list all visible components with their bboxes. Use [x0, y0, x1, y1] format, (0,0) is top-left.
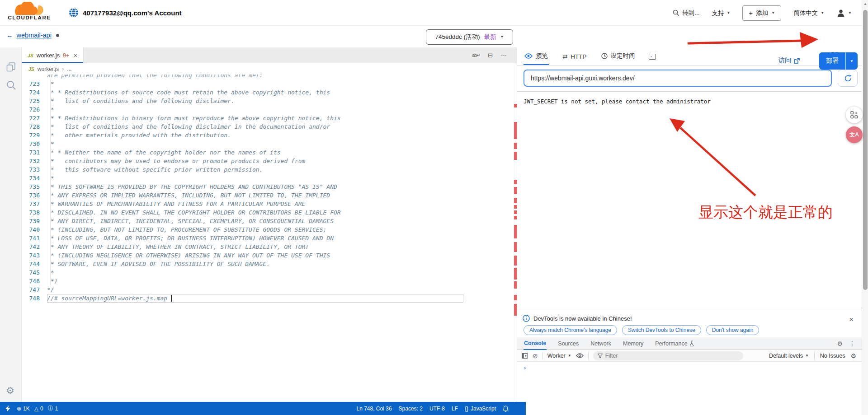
console-eye-icon[interactable] [576, 353, 584, 358]
code-line-726[interactable]: * [47, 105, 492, 114]
toolbar-divider [588, 352, 589, 359]
code-line-736[interactable]: * ANY EXPRESS OR IMPLIED WARRANTIES, INC… [47, 191, 492, 200]
deploy-button[interactable]: 部署 [819, 52, 845, 70]
header-language-menu[interactable]: 简体中文 ▼ [793, 9, 824, 17]
breadcrumb-symbol[interactable]: ... [67, 66, 71, 72]
split-editor-icon[interactable]: ⊟ [488, 52, 493, 59]
tab-schedule[interactable]: 设定时间 [600, 52, 636, 65]
tab-preview-label: 预览 [536, 52, 548, 60]
issues-counter[interactable]: No Issues [820, 353, 845, 359]
tab-worker-js[interactable]: JS worker.js 9+ × [22, 47, 84, 63]
cursor-position[interactable]: Ln 748, Col 36 [357, 406, 392, 412]
header-search[interactable]: 转到... [673, 9, 699, 17]
version-latest-badge: 最新 [484, 33, 496, 41]
match-language-button[interactable]: Always match Chrome's language [524, 325, 617, 335]
header-user-menu[interactable]: ▼ [836, 9, 852, 18]
code-line-739[interactable]: * ANY DIRECT, INDIRECT, INCIDENTAL, SPEC… [47, 217, 492, 225]
search-icon[interactable] [6, 80, 16, 90]
translate-fab[interactable]: 文A [846, 126, 863, 143]
explorer-files-icon[interactable] [6, 62, 16, 72]
console-sidebar-icon[interactable] [522, 353, 528, 359]
filter-input[interactable] [605, 353, 732, 359]
tab-http[interactable]: ⇄ HTTP [561, 53, 588, 65]
indentation-setting[interactable]: Spaces: 2 [399, 406, 423, 412]
console-filter-box[interactable] [593, 351, 743, 360]
log-levels-dropdown[interactable]: Default levels ▼ [769, 353, 809, 359]
encoding-setting[interactable]: UTF-8 [429, 406, 445, 412]
back-to-worker-link[interactable]: ← webmail-api [6, 32, 59, 39]
code-line-740[interactable]: * (INCLUDING, BUT NOT LIMITED TO, PROCUR… [47, 225, 492, 234]
code-line-738[interactable]: * DISCLAIMED. IN NO EVENT SHALL THE COPY… [47, 208, 492, 217]
code-line-729[interactable]: * other materials provided with the dist… [47, 131, 492, 140]
banner-close-icon[interactable]: × [849, 316, 854, 323]
code-line-722-partial: are permitted provided that the followin… [22, 75, 517, 79]
header-add-button[interactable]: + 添加 ▼ [742, 5, 781, 21]
tab-memory[interactable]: Memory [623, 337, 644, 350]
code-line-724[interactable]: * * Redistributions of source code must … [47, 88, 492, 97]
code-line-746[interactable]: *) [47, 277, 492, 285]
code-line-723[interactable]: * [47, 79, 492, 88]
code-line-733[interactable]: * this software without specific prior w… [47, 165, 492, 174]
tab-network[interactable]: Network [590, 337, 612, 350]
console-context-dropdown[interactable]: Worker ▼ [547, 353, 571, 359]
code-line-735[interactable]: * THIS SOFTWARE IS PROVIDED BY THE COPYR… [47, 182, 492, 191]
devtools-more-icon[interactable]: ⋮ [849, 340, 855, 347]
clear-console-icon[interactable]: ⊘ [533, 352, 538, 359]
code-line-728[interactable]: * list of conditions and the following d… [47, 122, 492, 131]
problems-indicator[interactable]: ⊗ 1K △ 0 ⓘ 1 [17, 405, 58, 412]
tab-sources[interactable]: Sources [557, 337, 579, 350]
code-line-737[interactable]: * WARRANTIES OF MERCHANTABILITY AND FITN… [47, 200, 492, 208]
eol-setting[interactable]: LF [452, 406, 458, 412]
code-line-727[interactable]: * * Redistributions in binary form must … [47, 114, 492, 122]
preview-url-input[interactable] [524, 70, 832, 87]
javascript-file-icon: JS [28, 66, 34, 72]
notifications-bell-icon[interactable] [503, 406, 509, 412]
devtools-settings-gear-icon[interactable]: ⚙ [837, 340, 843, 347]
code-line-745[interactable]: * [47, 268, 492, 277]
code-line-741[interactable]: * LOSS OF USE, DATA, OR PROFITS; OR BUSI… [47, 234, 492, 242]
code-line-743[interactable]: * (INCLUDING NEGLIGENCE OR OTHERWISE) AR… [47, 251, 492, 260]
code-line-734[interactable]: * [47, 174, 492, 182]
tab-console[interactable]: Console [524, 337, 547, 350]
dont-show-again-button[interactable]: Don't show again [706, 325, 760, 335]
code-area[interactable]: are permitted provided that the followin… [22, 75, 517, 402]
terminal-icon[interactable]: ›_ [649, 54, 656, 60]
deploy-options-button[interactable]: ▼ [845, 52, 858, 70]
code-line-744[interactable]: * SOFTWARE, EVEN IF ADVISED OF THE POSSI… [47, 260, 492, 268]
code-line-732[interactable]: * contributors may be used to endorse or… [47, 157, 492, 165]
cloudflare-logo[interactable]: CLOUDFLARE [5, 2, 53, 20]
http-arrows-icon: ⇄ [562, 53, 567, 60]
code-line-748[interactable]: //# sourceMappingURL=worker.js.map [47, 294, 463, 303]
scroll-up-icon[interactable]: ▲ [863, 2, 867, 6]
code-line-742[interactable]: * ANY THEORY OF LIABILITY, WHETHER IN CO… [47, 242, 492, 251]
remote-indicator-icon[interactable] [5, 406, 11, 412]
editor-activity-bar: ⚙ [0, 47, 22, 402]
language-mode[interactable]: {}JavaScript [465, 406, 496, 412]
switch-to-chinese-button[interactable]: Switch DevTools to Chinese [622, 325, 701, 335]
tab-performance[interactable]: Performance [655, 337, 695, 350]
console-body[interactable]: › [517, 362, 862, 415]
line-number: 734 [22, 174, 47, 182]
breadcrumb-file[interactable]: worker.js [38, 66, 59, 72]
code-line-731[interactable]: * * Neither the name of the copyright ho… [47, 148, 492, 157]
more-actions-icon[interactable]: ⋯ [501, 52, 507, 59]
page-apps-fab[interactable] [846, 107, 863, 123]
settings-gear-icon[interactable]: ⚙ [6, 385, 14, 396]
refresh-button[interactable] [838, 70, 858, 87]
editor-code: * * * Redistributions of source code mus… [47, 79, 492, 303]
page-scrollbar[interactable]: ▲ [862, 0, 868, 415]
code-line-725[interactable]: * list of conditions and the following d… [47, 97, 492, 105]
word-wrap-icon[interactable]: ab↵ [472, 53, 480, 58]
chevron-down-icon: ▼ [848, 11, 852, 15]
info-icon: ⓘ [48, 405, 53, 412]
code-line-747[interactable]: */ [47, 285, 492, 294]
tab-close-icon[interactable]: × [74, 52, 77, 59]
visit-link[interactable]: 访问 [778, 56, 800, 65]
code-line-730[interactable]: * [47, 140, 492, 148]
header-support-menu[interactable]: 支持 ▼ [712, 9, 731, 17]
console-settings-gear-icon[interactable]: ⚙ [850, 352, 856, 359]
scrollbar-thumb[interactable] [863, 10, 868, 290]
line-number: 729 [22, 131, 47, 140]
version-dropdown[interactable]: 745edddc (活动) 最新 ▼ [426, 29, 513, 45]
tab-preview[interactable]: 预览 [524, 52, 549, 65]
